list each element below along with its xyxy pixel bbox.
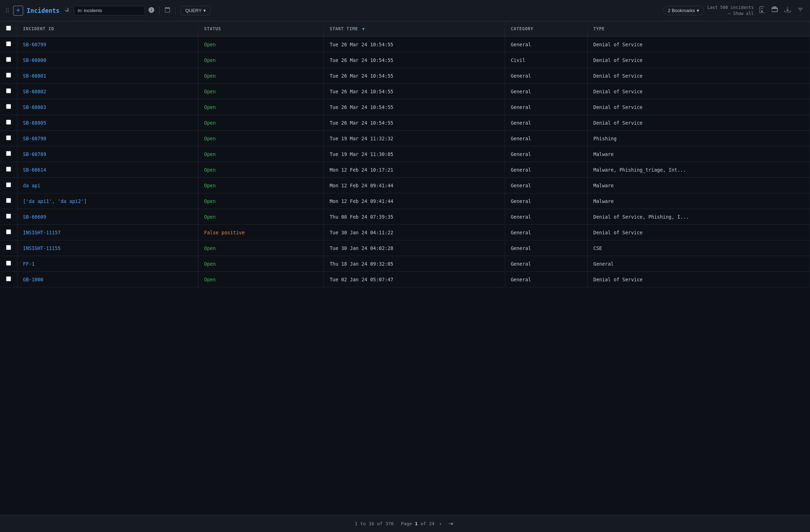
add-button[interactable]: + [13, 6, 23, 16]
row-select[interactable] [0, 225, 17, 240]
incident-id-link[interactable]: SB-60790 [23, 136, 46, 141]
row-select[interactable] [0, 68, 17, 84]
row-incident-id[interactable]: da api [17, 178, 198, 193]
row-incident-id[interactable]: SB-60614 [17, 162, 198, 178]
show-all-link[interactable]: — Show all [728, 11, 754, 17]
start-time-header[interactable]: START TIME ▼ [324, 21, 505, 36]
status-header[interactable]: STATUS [198, 21, 324, 36]
row-checkbox[interactable] [6, 104, 11, 109]
filter-icon-button[interactable] [796, 6, 805, 15]
table-row[interactable]: SB-60803 Open Tue 26 Mar 24 10:54:55 Gen… [0, 99, 810, 115]
folder-icon-button[interactable] [770, 6, 779, 15]
category-header[interactable]: CATEGORY [505, 21, 587, 36]
bookmarks-button[interactable]: 2 Bookmarks ▾ [663, 6, 704, 15]
row-select[interactable] [0, 36, 17, 52]
row-select[interactable] [0, 99, 17, 115]
row-select[interactable] [0, 131, 17, 146]
table-row[interactable]: ['da api1', 'da api2'] Open Mon 12 Feb 2… [0, 193, 810, 209]
table-row[interactable]: da api Open Mon 12 Feb 24 09:41:44 Gener… [0, 178, 810, 193]
download-icon-button[interactable] [783, 6, 792, 15]
row-select[interactable] [0, 146, 17, 162]
type-header[interactable]: TYPE [587, 21, 810, 36]
row-incident-id[interactable]: SB-60609 [17, 209, 198, 225]
row-select[interactable] [0, 178, 17, 193]
row-incident-id[interactable]: ['da api1', 'da api2'] [17, 193, 198, 209]
select-all-header[interactable] [0, 21, 17, 36]
table-row[interactable]: SB-60609 Open Thu 08 Feb 24 07:39:35 Gen… [0, 209, 810, 225]
table-row[interactable]: SB-60790 Open Tue 19 Mar 24 11:32:32 Gen… [0, 131, 810, 146]
row-select[interactable] [0, 272, 17, 287]
row-incident-id[interactable]: SB-60800 [17, 52, 198, 68]
table-row[interactable]: SB-60800 Open Tue 26 Mar 24 10:54:55 Civ… [0, 52, 810, 68]
table-row[interactable]: GB-1000 Open Tue 02 Jan 24 05:07:47 Gene… [0, 272, 810, 287]
next-page-button[interactable]: › [437, 520, 443, 528]
table-row[interactable]: SB-60801 Open Tue 26 Mar 24 10:54:55 Gen… [0, 68, 810, 84]
incident-id-link[interactable]: SB-60805 [23, 120, 46, 126]
incident-id-link[interactable]: FF-1 [23, 261, 35, 267]
row-checkbox[interactable] [6, 41, 11, 46]
row-select[interactable] [0, 240, 17, 256]
row-select[interactable] [0, 52, 17, 68]
table-row[interactable]: SB-60799 Open Tue 26 Mar 24 10:54:55 Gen… [0, 36, 810, 52]
table-row[interactable]: INSIGHT-11157 False positive Tue 30 Jan … [0, 225, 810, 240]
row-checkbox[interactable] [6, 245, 11, 250]
row-checkbox[interactable] [6, 261, 11, 266]
last-page-button[interactable]: ⇥ [446, 520, 455, 528]
row-select[interactable] [0, 84, 17, 99]
row-select[interactable] [0, 162, 17, 178]
row-incident-id[interactable]: SB-60802 [17, 84, 198, 99]
row-checkbox[interactable] [6, 229, 11, 234]
table-row[interactable]: SB-60805 Open Tue 26 Mar 24 10:54:55 Gen… [0, 115, 810, 131]
incident-id-link[interactable]: SB-60802 [23, 89, 46, 94]
incident-id-link[interactable]: da api [23, 183, 41, 188]
row-incident-id[interactable]: GB-1000 [17, 272, 198, 287]
row-incident-id[interactable]: SB-60790 [17, 131, 198, 146]
row-checkbox[interactable] [6, 120, 11, 125]
row-select[interactable] [0, 256, 17, 272]
row-select[interactable] [0, 115, 17, 131]
incident-id-link[interactable]: INSIGHT-11155 [23, 245, 61, 251]
row-checkbox[interactable] [6, 182, 11, 187]
row-incident-id[interactable]: SB-60805 [17, 115, 198, 131]
search-input[interactable] [74, 6, 145, 15]
save-icon-button[interactable] [757, 6, 767, 15]
table-row[interactable]: FF-1 Open Thu 18 Jan 24 09:32:05 General… [0, 256, 810, 272]
table-row[interactable]: SB-60614 Open Mon 12 Feb 24 10:17:21 Gen… [0, 162, 810, 178]
row-checkbox[interactable] [6, 151, 11, 156]
row-checkbox[interactable] [6, 276, 11, 281]
incident-id-link[interactable]: SB-60803 [23, 104, 46, 110]
incident-id-link[interactable]: SB-60609 [23, 214, 46, 220]
incident-id-link[interactable]: GB-1000 [23, 277, 43, 282]
incident-id-link[interactable]: INSIGHT-11157 [23, 230, 61, 235]
select-all-checkbox[interactable] [6, 26, 11, 31]
row-incident-id[interactable]: SB-60799 [17, 36, 198, 52]
incident-id-link[interactable]: SB-60614 [23, 167, 46, 173]
incident-id-link[interactable]: ['da api1', 'da api2'] [23, 198, 87, 204]
info-icon[interactable] [149, 7, 154, 14]
table-row[interactable]: SB-60789 Open Tue 19 Mar 24 11:30:05 Gen… [0, 146, 810, 162]
table-row[interactable]: SB-60802 Open Tue 26 Mar 24 10:54:55 Gen… [0, 84, 810, 99]
row-incident-id[interactable]: SB-60803 [17, 99, 198, 115]
row-incident-id[interactable]: FF-1 [17, 256, 198, 272]
row-checkbox[interactable] [6, 73, 11, 78]
row-checkbox[interactable] [6, 198, 11, 203]
incident-id-link[interactable]: SB-60799 [23, 42, 46, 47]
row-incident-id[interactable]: INSIGHT-11155 [17, 240, 198, 256]
row-checkbox[interactable] [6, 214, 11, 219]
incident-id-link[interactable]: SB-60801 [23, 73, 46, 79]
query-button[interactable]: QUERY ▾ [181, 6, 211, 15]
row-incident-id[interactable]: SB-60789 [17, 146, 198, 162]
incident-id-link[interactable]: SB-60789 [23, 151, 46, 157]
incident-id-header[interactable]: INCIDENT ID [17, 21, 198, 36]
row-incident-id[interactable]: SB-60801 [17, 68, 198, 84]
row-checkbox[interactable] [6, 88, 11, 93]
row-checkbox[interactable] [6, 135, 11, 140]
row-checkbox[interactable] [6, 57, 11, 62]
row-incident-id[interactable]: INSIGHT-11157 [17, 225, 198, 240]
row-checkbox[interactable] [6, 167, 11, 172]
row-select[interactable] [0, 193, 17, 209]
calendar-icon[interactable] [165, 7, 170, 14]
table-row[interactable]: INSIGHT-11155 Open Tue 30 Jan 24 04:02:2… [0, 240, 810, 256]
row-select[interactable] [0, 209, 17, 225]
incident-id-link[interactable]: SB-60800 [23, 57, 46, 63]
